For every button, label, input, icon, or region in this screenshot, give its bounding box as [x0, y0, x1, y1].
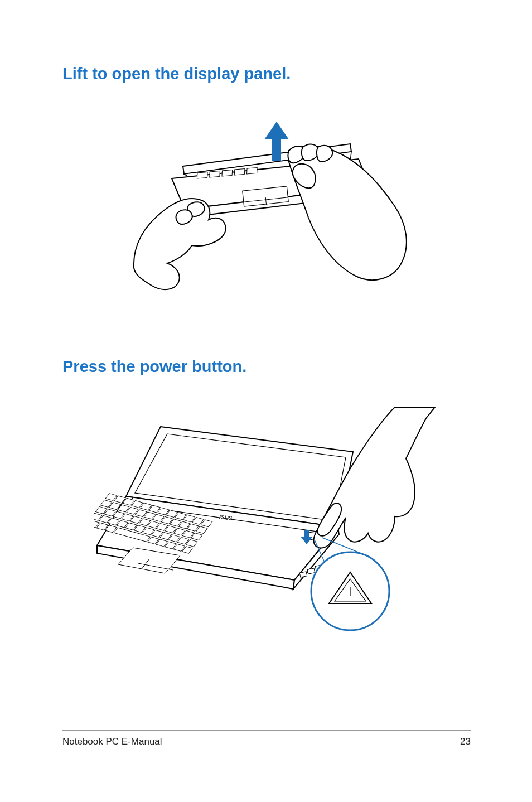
svg-rect-8 — [247, 167, 258, 174]
open-lid-svg — [110, 117, 423, 296]
heading-press-power: Press the power button. — [62, 357, 471, 376]
illustration-open-lid — [62, 117, 471, 296]
svg-rect-5 — [210, 171, 220, 177]
footer-title: Notebook PC E-Manual — [62, 736, 162, 747]
page-number: 23 — [460, 736, 471, 747]
press-power-svg: /SUS — [94, 407, 439, 636]
svg-rect-7 — [234, 168, 245, 175]
page-footer: Notebook PC E-Manual 23 — [62, 730, 471, 747]
svg-rect-6 — [222, 170, 233, 176]
heading-lift-display: Lift to open the display panel. — [62, 64, 471, 84]
svg-rect-4 — [197, 172, 207, 178]
power-button-inset — [311, 552, 389, 630]
illustration-press-power: /SUS — [62, 407, 471, 636]
